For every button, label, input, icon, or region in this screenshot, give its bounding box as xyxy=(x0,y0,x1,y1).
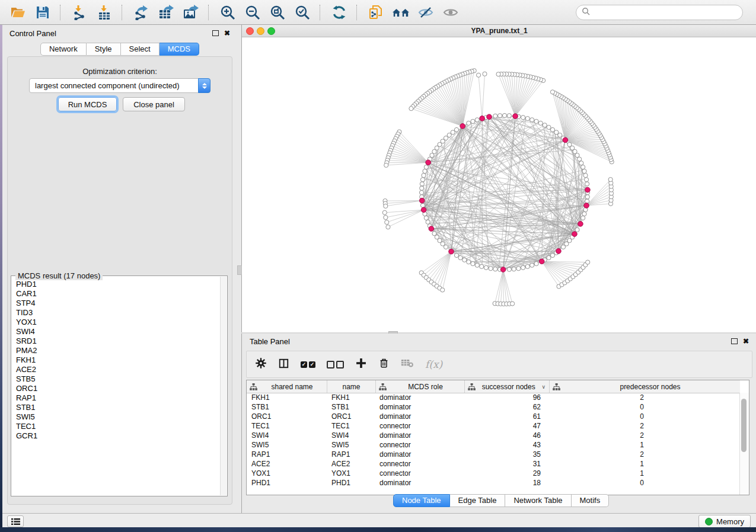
table-row[interactable]: PHD1PHD1dominator180 xyxy=(247,478,740,488)
graph-node[interactable] xyxy=(608,177,613,181)
graph-node[interactable] xyxy=(454,127,458,132)
graph-node[interactable] xyxy=(581,216,585,220)
graph-node[interactable] xyxy=(547,255,551,259)
mcds-result-item[interactable]: RAP1 xyxy=(16,393,221,403)
graph-node[interactable] xyxy=(386,225,390,229)
graph-node[interactable] xyxy=(502,113,506,117)
mcds-result-item[interactable]: PMA2 xyxy=(16,346,221,355)
mcds-result-item[interactable]: PHD1 xyxy=(16,280,221,289)
float-window-icon[interactable] xyxy=(731,338,738,344)
table-row[interactable]: ORC1ORC1dominator610 xyxy=(247,412,740,421)
graph-node[interactable] xyxy=(475,263,479,267)
mcds-result-item[interactable]: TID3 xyxy=(16,308,221,318)
zoom-out-button[interactable] xyxy=(241,2,264,23)
graph-node[interactable] xyxy=(493,114,497,118)
graph-node[interactable] xyxy=(483,72,487,76)
graph-node[interactable] xyxy=(451,130,455,134)
graph-node[interactable] xyxy=(422,173,426,177)
graph-node[interactable] xyxy=(384,215,388,219)
graph-node[interactable] xyxy=(511,302,515,306)
graph-node[interactable] xyxy=(578,157,582,161)
table-row[interactable]: YOX1YOX1connector291 xyxy=(247,469,740,478)
search-box[interactable] xyxy=(576,5,743,20)
table-row[interactable]: RAP1RAP1dominator352 xyxy=(247,450,740,459)
graph-node[interactable] xyxy=(530,263,534,267)
graph-node[interactable] xyxy=(480,264,484,268)
graph-node[interactable] xyxy=(525,264,529,268)
column-header-shared-name[interactable]: shared name xyxy=(247,380,327,393)
table-settings-gear-icon[interactable] xyxy=(255,357,267,371)
table-scrollbar[interactable] xyxy=(739,393,749,495)
task-history-button[interactable] xyxy=(7,515,24,527)
add-column-plus-icon[interactable] xyxy=(355,357,367,371)
graph-node[interactable] xyxy=(424,216,428,220)
graph-node[interactable] xyxy=(507,114,511,118)
graph-node[interactable] xyxy=(547,125,551,129)
export-image-button[interactable] xyxy=(179,2,203,23)
tab-style[interactable]: Style xyxy=(87,43,121,56)
graph-node[interactable] xyxy=(512,267,516,271)
graph-node[interactable] xyxy=(441,288,445,292)
graph-node[interactable] xyxy=(582,169,586,173)
graph-node[interactable] xyxy=(420,203,425,207)
graph-dominator-node[interactable] xyxy=(585,187,591,193)
graph-dominator-node[interactable] xyxy=(539,259,544,264)
column-header-mcds-role[interactable]: MCDS role xyxy=(376,380,465,393)
column-header-name[interactable]: name xyxy=(327,380,376,393)
graph-node[interactable] xyxy=(430,153,434,158)
graph-node[interactable] xyxy=(409,107,413,111)
close-icon[interactable]: ✖ xyxy=(743,338,749,344)
graph-dominator-node[interactable] xyxy=(584,203,589,209)
graph-node[interactable] xyxy=(385,220,389,225)
home-networks-button[interactable] xyxy=(389,2,413,23)
network-titlebar[interactable]: YPA_prune.txt_1 xyxy=(242,25,756,37)
tab-node-table[interactable]: Node Table xyxy=(393,494,450,507)
hide-selected-button[interactable] xyxy=(414,2,438,23)
graph-dominator-node[interactable] xyxy=(419,198,425,203)
mcds-result-item[interactable]: STB1 xyxy=(16,403,221,412)
graph-node[interactable] xyxy=(525,116,529,120)
graph-node[interactable] xyxy=(567,142,572,146)
graph-node[interactable] xyxy=(538,121,543,125)
memory-button[interactable]: Memory xyxy=(698,515,751,528)
mcds-result-item[interactable]: FKH1 xyxy=(16,355,221,365)
table-scrollbar-thumb[interactable] xyxy=(741,399,747,452)
mcds-result-item[interactable]: STB5 xyxy=(16,374,221,384)
tab-edge-table[interactable]: Edge Table xyxy=(450,494,506,507)
graph-node[interactable] xyxy=(475,118,479,122)
zoom-in-button[interactable] xyxy=(216,2,240,23)
column-header-successor-nodes[interactable]: successor nodes ∨ xyxy=(465,380,550,393)
graph-node[interactable] xyxy=(584,178,588,182)
mcds-list-scrollbar[interactable] xyxy=(220,277,227,495)
import-network-button[interactable] xyxy=(68,2,91,23)
mcds-result-item[interactable]: TEC1 xyxy=(16,422,221,431)
export-table-button[interactable] xyxy=(154,2,178,23)
graph-node[interactable] xyxy=(426,220,430,224)
export-network-button[interactable] xyxy=(129,2,153,23)
graph-node[interactable] xyxy=(507,267,511,271)
select-all-checkboxes-icon[interactable]: ✓✓ xyxy=(301,361,315,368)
mcds-result-item[interactable]: ORC1 xyxy=(16,384,221,393)
graph-node[interactable] xyxy=(579,161,583,165)
graph-node[interactable] xyxy=(530,118,534,122)
tab-motifs[interactable]: Motifs xyxy=(572,494,610,507)
graph-node[interactable] xyxy=(585,195,589,199)
show-columns-icon[interactable] xyxy=(278,358,289,371)
criterion-select[interactable]: largest connected component (undirected) xyxy=(29,78,210,93)
graph-node[interactable] xyxy=(471,262,475,266)
graph-node[interactable] xyxy=(476,73,480,77)
graph-node[interactable] xyxy=(471,119,475,123)
clone-network-button[interactable] xyxy=(364,2,388,23)
search-input[interactable] xyxy=(593,8,737,17)
mcds-result-item[interactable]: ACE2 xyxy=(16,365,221,374)
tab-network-table[interactable]: Network Table xyxy=(505,494,571,507)
graph-node[interactable] xyxy=(384,204,388,208)
graph-dominator-node[interactable] xyxy=(449,249,454,254)
graph-node[interactable] xyxy=(550,90,554,94)
column-header-predecessor-nodes[interactable]: predecessor nodes xyxy=(550,380,740,393)
graph-node[interactable] xyxy=(462,258,467,262)
table-row[interactable]: FKH1FKH1dominator962 xyxy=(247,393,740,402)
graph-node[interactable] xyxy=(521,265,525,270)
graph-node[interactable] xyxy=(467,121,471,125)
graph-node[interactable] xyxy=(420,178,425,182)
